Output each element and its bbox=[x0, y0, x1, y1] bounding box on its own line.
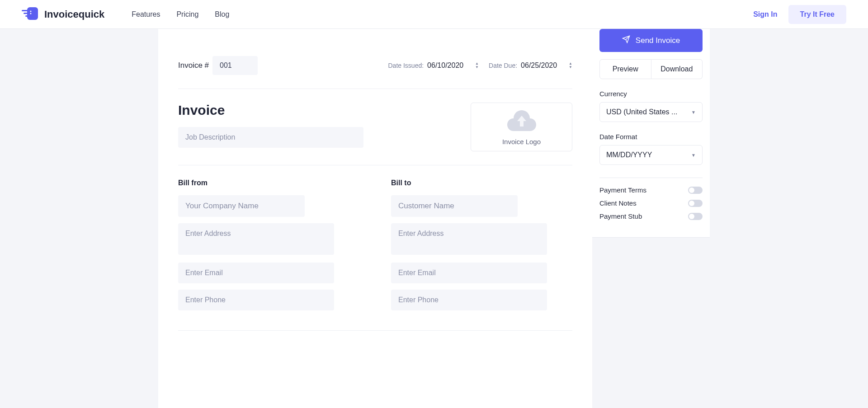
svg-rect-3 bbox=[25, 15, 29, 17]
bill-to-heading: Bill to bbox=[391, 179, 572, 187]
payment-stub-label: Payment Stub bbox=[599, 212, 642, 220]
currency-value: USD (United States ... bbox=[606, 108, 677, 116]
bill-row: Bill from Bill to bbox=[178, 179, 572, 317]
bill-to-phone-input[interactable] bbox=[391, 290, 547, 310]
invoice-number-label: Invoice # bbox=[178, 61, 209, 70]
header-right: Sign In Try It Free bbox=[753, 5, 846, 24]
payment-stub-toggle[interactable] bbox=[688, 213, 703, 220]
bill-to: Bill to bbox=[391, 179, 572, 317]
invoice-card: Invoice # Date Issued: ▲ ▼ Date Due: ▲ bbox=[158, 29, 592, 408]
bill-from-phone-input[interactable] bbox=[178, 290, 334, 310]
logo-text: Invoicequick bbox=[44, 9, 104, 20]
logo-icon bbox=[22, 6, 40, 22]
client-notes-label: Client Notes bbox=[599, 199, 637, 207]
caret-down-icon: ▼ bbox=[691, 110, 696, 115]
date-due-input[interactable] bbox=[521, 61, 565, 70]
page: Invoice # Date Issued: ▲ ▼ Date Due: ▲ bbox=[0, 29, 868, 408]
invoice-title-input[interactable] bbox=[178, 103, 471, 118]
send-invoice-button[interactable]: Send Invoice bbox=[599, 29, 703, 52]
bill-from: Bill from bbox=[178, 179, 359, 317]
divider bbox=[178, 165, 572, 165]
payment-terms-toggle[interactable] bbox=[688, 187, 703, 194]
sidebar-divider bbox=[599, 178, 703, 178]
signin-link[interactable]: Sign In bbox=[753, 10, 777, 19]
client-notes-toggle[interactable] bbox=[688, 200, 703, 207]
cloud-upload-icon bbox=[507, 108, 536, 132]
caret-down-icon: ▼ bbox=[691, 153, 696, 158]
payment-terms-label: Payment Terms bbox=[599, 186, 646, 194]
date-issued-stepper[interactable]: ▲ ▼ bbox=[475, 62, 479, 69]
sidebar-button-row: Preview Download bbox=[599, 59, 703, 79]
logo-upload-label: Invoice Logo bbox=[502, 138, 541, 145]
download-button[interactable]: Download bbox=[651, 59, 703, 79]
divider bbox=[178, 330, 572, 331]
divider bbox=[178, 89, 572, 89]
invoice-top-row: Invoice # Date Issued: ▲ ▼ Date Due: ▲ bbox=[178, 56, 572, 75]
svg-rect-1 bbox=[22, 10, 29, 11]
bill-from-address-input[interactable] bbox=[178, 223, 334, 255]
job-description-input[interactable] bbox=[178, 127, 363, 148]
bill-to-address-input[interactable] bbox=[391, 223, 547, 255]
invoice-number-input[interactable] bbox=[212, 56, 258, 75]
bill-from-company-input[interactable] bbox=[178, 195, 305, 217]
date-due: Date Due: ▲ ▼ bbox=[489, 61, 572, 70]
nav-features[interactable]: Features bbox=[132, 10, 160, 19]
date-issued: Date Issued: ▲ ▼ bbox=[388, 61, 479, 70]
dateformat-value: MM/DD/YYYY bbox=[606, 151, 652, 159]
toggle-payment-stub: Payment Stub bbox=[599, 212, 703, 220]
invoice-number: Invoice # bbox=[178, 56, 258, 75]
bill-to-customer-input[interactable] bbox=[391, 195, 518, 217]
nav-blog[interactable]: Blog bbox=[215, 10, 229, 19]
toggle-payment-terms: Payment Terms bbox=[599, 186, 703, 194]
date-due-label: Date Due: bbox=[489, 62, 517, 69]
date-issued-input[interactable] bbox=[427, 61, 472, 70]
sidebar: Send Invoice Preview Download Currency U… bbox=[592, 29, 710, 238]
currency-label: Currency bbox=[599, 90, 703, 98]
toggle-client-notes: Client Notes bbox=[599, 199, 703, 207]
paper-plane-icon bbox=[622, 35, 630, 46]
nav-pricing[interactable]: Pricing bbox=[176, 10, 198, 19]
chevron-down-icon: ▼ bbox=[475, 66, 479, 69]
date-issued-label: Date Issued: bbox=[388, 62, 424, 69]
title-row: Invoice Logo bbox=[178, 103, 572, 151]
logo[interactable]: Invoicequick bbox=[22, 6, 104, 22]
header: Invoicequick Features Pricing Blog Sign … bbox=[0, 0, 868, 29]
bill-to-email-input[interactable] bbox=[391, 263, 547, 283]
svg-point-5 bbox=[30, 13, 32, 14]
title-left bbox=[178, 103, 471, 148]
send-invoice-label: Send Invoice bbox=[636, 36, 680, 45]
dateformat-select[interactable]: MM/DD/YYYY ▼ bbox=[599, 145, 703, 165]
date-due-stepper[interactable]: ▲ ▼ bbox=[569, 62, 572, 69]
svg-rect-2 bbox=[24, 13, 29, 14]
svg-point-4 bbox=[30, 11, 32, 12]
logo-upload[interactable]: Invoice Logo bbox=[471, 103, 572, 151]
nav: Features Pricing Blog bbox=[132, 10, 229, 19]
preview-button[interactable]: Preview bbox=[599, 59, 651, 79]
dateformat-label: Date Format bbox=[599, 133, 703, 141]
tryfree-button[interactable]: Try It Free bbox=[788, 5, 846, 24]
currency-select[interactable]: USD (United States ... ▼ bbox=[599, 102, 703, 122]
header-left: Invoicequick Features Pricing Blog bbox=[22, 6, 229, 22]
dates-row: Date Issued: ▲ ▼ Date Due: ▲ ▼ bbox=[388, 61, 573, 70]
bill-from-email-input[interactable] bbox=[178, 263, 334, 283]
bill-from-heading: Bill from bbox=[178, 179, 359, 187]
chevron-down-icon: ▼ bbox=[569, 66, 572, 69]
